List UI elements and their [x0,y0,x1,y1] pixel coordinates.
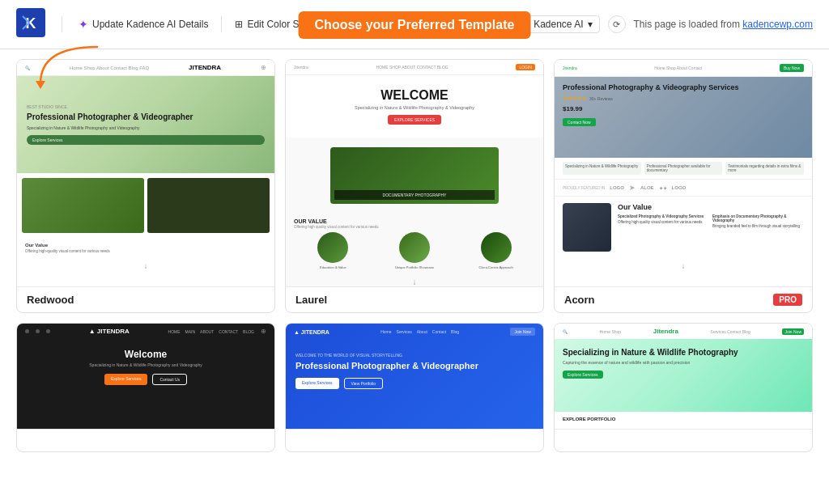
redwood-images [17,173,274,238]
page-source-label: This page is loaded from [634,19,740,30]
header-right: ✦ Kadence AI ▾ ⟳ This page is loaded fro… [514,15,813,33]
blue-portfolio-btn: View Portfolio [344,378,383,389]
acorn-val-col-2: Emphasis on Documentary Photography & Vi… [712,214,804,228]
acorn-value-text: Our Value Specialized Photography & Vide… [618,203,804,252]
laurel-preview: Jitendra HOME SHOP ABOUT CONTACT BLOG LO… [286,60,543,286]
acorn-featured-label: PROUDLY FEATURED IN [563,186,605,190]
chevron-down-icon: ▾ [588,19,593,30]
banner-container: Choose your Preferred Template [299,11,531,39]
acorn-val-col-1: Specialized Photography & Videography Se… [618,214,709,228]
main-content: 🔍 Home Shop About Contact Blog FAQ JITEN… [0,49,829,504]
blue-preview: ▲ JITENDRA Home Services About Contact B… [286,324,543,429]
dark-hero-sub: Specializing in Nature & Wildlife Photog… [27,362,265,367]
header-actions: ✦ Update Kadence AI Details ⊞ Edit Color… [79,16,328,32]
choose-template-banner: Choose your Preferred Template [299,11,531,39]
dark-hero-title: Welcome [27,349,265,360]
logo[interactable]: K [16,8,45,40]
acorn-logo-4: LOGO [672,185,687,190]
laurel-our-value: OUR VALUE [294,218,535,224]
header-left: K ✦ Update Kadence AI Details ⊞ Edit Col… [16,8,328,40]
acorn-value-section: Our Value Specialized Photography & Vide… [555,197,812,258]
color-icon: ⊞ [235,19,243,30]
header-separator [62,16,62,32]
laurel-value-items: Education & Value Unique Portfolio Showc… [294,232,535,269]
redwood-explore-btn: Explore Services [27,135,265,145]
update-kadence-ai-button[interactable]: ✦ Update Kadence AI Details [79,18,208,31]
dark-hero: Welcome Specializing in Nature & Wildlif… [17,339,274,395]
blue-join-btn: Join Now [510,328,535,336]
laurel-image-container: DOCUMENTARY PHOTOGRAPHY [286,138,543,214]
nature-logo: Jitendra [653,328,678,335]
laurel-nav: Jitendra HOME SHOP ABOUT CONTACT BLOG LO… [286,60,543,75]
dark-hero-btns: Explore Services Contact Us [27,374,265,385]
nature-cta: Join Now [782,328,804,335]
action-separator [221,16,222,32]
dark-nav-links: HOMEMAINABOUTCONTACTBLOG [168,329,254,334]
nature-hero-title: Specializing in Nature & Wildlife Photog… [563,347,804,358]
laurel-footer: Laurel [286,286,543,312]
laurel-explore-btn: EXPLORE SERVICES [388,115,441,125]
nature-explore-btn: Explore Services [563,371,603,379]
redwood-img-1 [22,178,144,233]
template-card-redwood[interactable]: 🔍 Home Shop About Contact Blog FAQ JITEN… [16,59,275,313]
acorn-feature-2: Professional Photographer available for … [644,162,723,175]
laurel-val-2: Unique Portfolio Showcase [376,232,454,269]
acorn-logo-2: ALOE [640,185,654,190]
dark-nav: ▲ JITENDRA HOMEMAINABOUTCONTACTBLOG ⊕ [17,324,274,339]
redwood-hero: BEST STUDIO SINCE Professional Photograp… [17,76,274,173]
acorn-stars: ★★★★★ [563,95,587,102]
redwood-hero-sub: Specializing in Nature & Wildlife Photog… [27,125,265,130]
dark-dot-2 [36,329,40,333]
blue-explore-btn: Explore Services [295,378,339,389]
acorn-logo-arrow: ➤ [629,184,636,192]
template-card-blue[interactable]: ▲ JITENDRA Home Services About Contact B… [285,323,544,452]
template-card-dark[interactable]: ▲ JITENDRA HOMEMAINABOUTCONTACTBLOG ⊕ We… [16,323,275,452]
template-card-acorn[interactable]: Jitendra Home Shop About Contact Buy Now… [554,59,813,313]
dark-logo: ▲ JITENDRA [89,328,130,335]
redwood-name: Redwood [27,294,74,306]
nature-content: EXPLORE PORTFOLIO [555,412,812,428]
template-card-laurel[interactable]: Jitendra HOME SHOP ABOUT CONTACT BLOG LO… [285,59,544,313]
acorn-name: Acorn [564,294,595,306]
dark-dot-3 [46,329,50,333]
blue-logo: ▲ JITENDRA [294,329,329,335]
svg-text:K: K [26,15,36,32]
blue-hero-btns: Explore Services View Portfolio [295,378,534,389]
acorn-pro-badge: PRO [773,294,802,306]
blue-nav-links: Home Services About Contact Blog [380,329,459,334]
acorn-scroll-arrow: ↓ [555,258,812,273]
template-card-nature[interactable]: 🔍 Home Shop Jitendra Services Contact Bl… [554,323,813,452]
redwood-img-2 [147,178,270,233]
acorn-feature-3: Testimonials regarding details in extra … [725,162,804,175]
template-grid: 🔍 Home Shop About Contact Blog FAQ JITEN… [16,59,813,452]
acorn-val-cols: Specialized Photography & Videography Se… [618,214,804,228]
kadencewp-link[interactable]: kadencewp.com [742,19,813,30]
header: K ✦ Update Kadence AI Details ⊞ Edit Col… [0,0,829,49]
dark-explore-btn: Explore Services [104,374,148,385]
laurel-doc-label: DOCUMENTARY PHOTOGRAPHY [334,190,495,200]
acorn-hero-content: Professional Photography & Videography S… [563,83,804,127]
notifications-button[interactable]: ⟳ [608,15,626,33]
blue-hero: WELCOME TO THE WORLD OF VISUAL STORYTELL… [286,340,543,402]
laurel-hero: WELCOME Specializing in Nature & Wildlif… [286,75,543,138]
redwood-nav: 🔍 Home Shop About Contact Blog FAQ JITEN… [17,60,274,76]
redwood-preview: 🔍 Home Shop About Contact Blog FAQ JITEN… [17,60,274,286]
nature-footer [555,429,812,443]
acorn-our-value: Our Value [618,203,804,211]
laurel-hero-image: DOCUMENTARY PHOTOGRAPHY [330,147,500,204]
blue-hero-title: Professional Photographer & Videographer [295,360,534,371]
acorn-feature-1: Specializing in Nature & Wildlife Photog… [563,162,641,175]
dark-nav-icon: ⊕ [261,328,266,335]
acorn-footer: Acorn PRO [555,286,812,312]
nature-hero: Specializing in Nature & Wildlife Photog… [555,339,812,412]
laurel-sub: Specializing in Nature & Wildlife Photog… [295,105,534,110]
acorn-hero: Professional Photography & Videography S… [555,77,812,158]
laurel-val-1: Education & Value [294,232,372,269]
acorn-hero-title: Professional Photography & Videography S… [563,83,804,93]
nature-preview: 🔍 Home Shop Jitendra Services Contact Bl… [555,324,812,429]
acorn-value-image [563,203,611,252]
dark-dot-1 [25,329,29,333]
ai-sparkle-icon: ✦ [79,18,88,31]
blue-welcome-text: WELCOME TO THE WORLD OF VISUAL STORYTELL… [295,353,534,358]
page-source-text: This page is loaded from kadencewp.com [634,19,813,30]
